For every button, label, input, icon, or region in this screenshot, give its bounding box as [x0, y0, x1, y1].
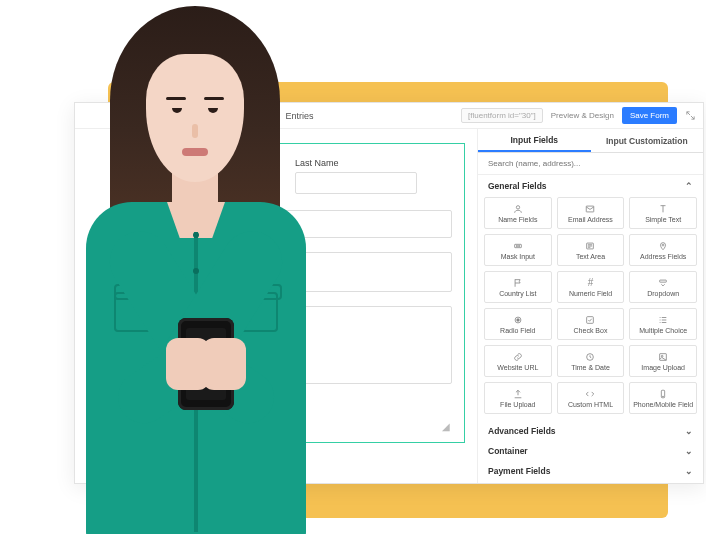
- panel-tabs: Input Fields Input Customization: [478, 129, 703, 153]
- field-numeric-field[interactable]: #Numeric Field: [557, 271, 625, 303]
- svg-rect-11: [587, 316, 594, 323]
- field-email-address[interactable]: Email Address: [557, 197, 625, 229]
- field-simple-text[interactable]: Simple Text: [629, 197, 697, 229]
- section-container[interactable]: Container ⌄: [484, 440, 697, 460]
- upload-icon: [513, 388, 523, 399]
- svg-point-16: [663, 396, 664, 397]
- form-textarea-2[interactable]: [128, 252, 452, 292]
- section-advanced-fields[interactable]: Advanced Fields ⌄: [484, 420, 697, 440]
- section-label: Payment Fields: [488, 466, 550, 476]
- section-general-fields[interactable]: General Fields ⌃: [484, 175, 697, 195]
- svg-point-10: [517, 318, 520, 321]
- form-textarea-1[interactable]: [128, 210, 452, 238]
- field-text-area[interactable]: Text Area: [557, 234, 625, 266]
- radio-icon: [513, 314, 523, 325]
- code-icon: [585, 388, 595, 399]
- field-custom-html[interactable]: Custom HTML: [557, 382, 625, 414]
- field-website-url[interactable]: Website URL: [484, 345, 552, 377]
- field-dropdown[interactable]: Dropdown: [629, 271, 697, 303]
- clock-icon: [585, 351, 595, 362]
- form-canvas[interactable]: Last Name ◢: [75, 129, 478, 483]
- chevron-down-icon: ⌄: [685, 446, 693, 456]
- field-country-list[interactable]: Country List: [484, 271, 552, 303]
- section-label: General Fields: [488, 181, 547, 191]
- list-check-icon: [658, 314, 668, 325]
- mail-icon: [585, 203, 595, 214]
- form-builder-window: s Entries [fluentform id="30"] Preview &…: [74, 102, 704, 484]
- section-label: Container: [488, 446, 528, 456]
- pin-icon: [658, 240, 668, 251]
- mask-icon: [513, 240, 523, 251]
- form-textarea-3[interactable]: [128, 306, 452, 384]
- hash-icon: #: [588, 277, 594, 288]
- svg-point-4: [517, 245, 518, 246]
- link-icon: [513, 351, 523, 362]
- field-image-upload[interactable]: Image Upload: [629, 345, 697, 377]
- field-radio-field[interactable]: Radio Field: [484, 308, 552, 340]
- dropdown-icon: [658, 277, 668, 288]
- last-name-label: Last Name: [295, 158, 452, 168]
- textarea-icon: [585, 240, 595, 251]
- field-check-box[interactable]: Check Box: [557, 308, 625, 340]
- expand-icon[interactable]: [683, 109, 697, 123]
- field-mask-input[interactable]: Mask Input: [484, 234, 552, 266]
- chevron-up-icon: ⌃: [685, 181, 693, 191]
- user-icon: [513, 203, 523, 214]
- phone-icon: [658, 388, 668, 399]
- svg-point-5: [519, 245, 520, 246]
- field-search-input[interactable]: [478, 153, 703, 175]
- svg-point-14: [661, 355, 663, 357]
- right-panel: Input Fields Input Customization General…: [478, 129, 703, 483]
- nav-item[interactable]: s: [261, 111, 266, 121]
- field-file-upload[interactable]: File Upload: [484, 382, 552, 414]
- preview-design-link[interactable]: Preview & Design: [551, 111, 614, 120]
- tab-input-fields[interactable]: Input Fields: [478, 129, 591, 152]
- checkbox-icon: [585, 314, 595, 325]
- text-icon: [658, 203, 668, 214]
- form-card[interactable]: Last Name ◢: [115, 143, 465, 443]
- chevron-down-icon: ⌄: [685, 426, 693, 436]
- svg-point-7: [662, 244, 664, 246]
- general-field-grid: Name Fields Email Address Simple Text Ma…: [484, 195, 697, 420]
- section-label: Advanced Fields: [488, 426, 556, 436]
- field-time-date[interactable]: Time & Date: [557, 345, 625, 377]
- svg-point-0: [516, 205, 519, 208]
- main-area: Last Name ◢ Input Fields Input Customiza…: [75, 129, 703, 483]
- field-phone-mobile[interactable]: Phone/Mobile Field: [629, 382, 697, 414]
- field-multiple-choice[interactable]: Multiple Choice: [629, 308, 697, 340]
- resize-handle-icon: ◢: [442, 421, 450, 432]
- top-nav: s Entries: [81, 111, 314, 121]
- shortcode-chip[interactable]: [fluentform id="30"]: [461, 108, 543, 123]
- image-icon: [658, 351, 668, 362]
- flag-icon: [513, 277, 523, 288]
- top-bar: s Entries [fluentform id="30"] Preview &…: [75, 103, 703, 129]
- save-form-button[interactable]: Save Form: [622, 107, 677, 124]
- section-payment-fields[interactable]: Payment Fields ⌄: [484, 460, 697, 480]
- chevron-down-icon: ⌄: [685, 466, 693, 476]
- last-name-input[interactable]: [295, 172, 417, 194]
- nav-item-entries[interactable]: Entries: [286, 111, 314, 121]
- field-address-fields[interactable]: Address Fields: [629, 234, 697, 266]
- tab-input-customization[interactable]: Input Customization: [591, 129, 704, 152]
- panel-scroll: General Fields ⌃ Name Fields Email Addre…: [478, 175, 703, 483]
- field-name-fields[interactable]: Name Fields: [484, 197, 552, 229]
- svg-rect-8: [660, 280, 667, 282]
- svg-point-3: [516, 245, 517, 246]
